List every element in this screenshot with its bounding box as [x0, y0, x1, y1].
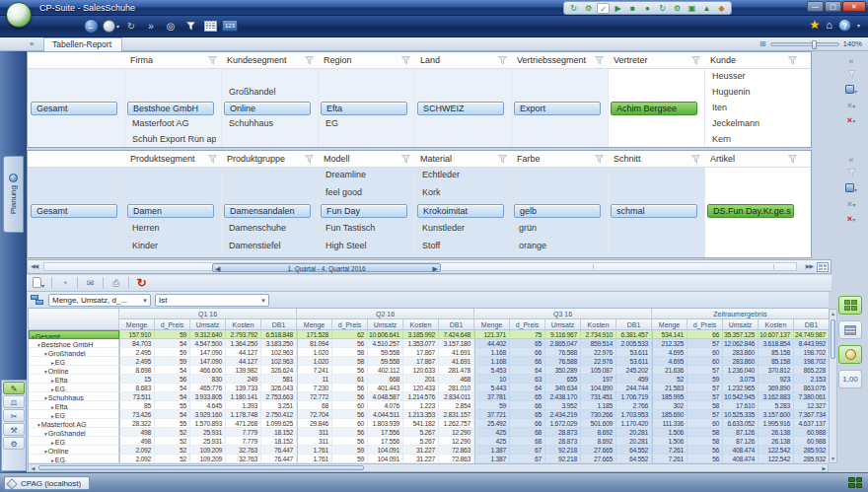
value-cell[interactable]: 408.474: [723, 446, 759, 455]
filter-item[interactable]: schmal: [611, 204, 697, 218]
value-cell[interactable]: 85.158: [759, 357, 794, 366]
value-cell[interactable]: 72.772: [297, 392, 332, 401]
filter-item[interactable]: Masterfoot AG: [127, 117, 216, 131]
value-cell[interactable]: 63: [510, 375, 545, 384]
help-dropdown-icon[interactable]: ▾: [857, 22, 860, 29]
value-cell[interactable]: 1.236.040: [723, 366, 759, 375]
value-cell[interactable]: 1.170.420: [616, 419, 652, 428]
filter-item[interactable]: Heusser: [707, 70, 796, 84]
value-cell[interactable]: 73.511: [119, 392, 155, 401]
value-cell[interactable]: 285.932: [794, 446, 830, 455]
value-cell[interactable]: 4.645: [190, 401, 226, 410]
filter-funnel-icon[interactable]: [208, 155, 217, 166]
scenario-dropdown[interactable]: Ist ▼: [155, 294, 269, 307]
value-cell[interactable]: 730.266: [581, 410, 616, 419]
filter-item[interactable]: SCHWEIZ: [417, 102, 504, 115]
value-cell[interactable]: 57: [687, 366, 723, 375]
measure-header[interactable]: d_Preis: [332, 319, 368, 330]
zoom-slider-thumb[interactable]: [812, 40, 817, 49]
number-format-icon[interactable]: 1,00: [838, 370, 862, 388]
value-cell[interactable]: 76.588: [545, 357, 581, 366]
value-cell[interactable]: 12.290: [439, 428, 474, 437]
value-cell[interactable]: 58: [332, 348, 368, 357]
filter-column-header-vertriebssegment[interactable]: Vertriebssegment: [511, 52, 608, 69]
horizontal-scroll-thumb[interactable]: [38, 465, 364, 470]
clear-selection-icon[interactable]: ×▾: [843, 100, 859, 112]
filter-column-header-artikel[interactable]: Artikel: [704, 151, 801, 168]
filter-column-header-land[interactable]: Land: [414, 52, 511, 69]
value-cell[interactable]: 26.138: [759, 428, 794, 437]
collapse-row-icon[interactable]: ▾: [37, 342, 40, 348]
value-cell[interactable]: 185.995: [652, 392, 687, 401]
value-cell[interactable]: 1.185: [581, 401, 616, 410]
quick-report-icon[interactable]: ▣: [686, 3, 698, 14]
value-cell[interactable]: 6.518.848: [261, 330, 297, 339]
value-cell[interactable]: 5.267: [403, 428, 439, 437]
filter-column-header-region[interactable]: Region: [318, 52, 414, 69]
value-cell[interactable]: 85.158: [759, 348, 794, 357]
expand-row-icon[interactable]: ▸: [51, 440, 54, 446]
value-cell[interactable]: 6.633.052: [723, 419, 759, 428]
value-cell[interactable]: 72.863: [439, 455, 474, 463]
value-cell[interactable]: 139.982: [226, 366, 261, 375]
delete-selection-icon[interactable]: ×▾: [843, 213, 859, 226]
value-cell[interactable]: 76.447: [261, 455, 297, 463]
value-cell[interactable]: 198.702: [794, 357, 830, 366]
filter-item[interactable]: EG: [321, 117, 409, 131]
collapse-row-icon[interactable]: ▾: [44, 395, 47, 401]
row-label[interactable]: ▸EG: [29, 455, 119, 463]
value-cell[interactable]: 2.092: [119, 455, 155, 463]
value-cell[interactable]: 17.556: [368, 437, 403, 446]
value-cell[interactable]: 102.963: [261, 357, 297, 366]
value-cell[interactable]: 28.322: [119, 419, 155, 428]
filter-item[interactable]: Stoff: [417, 240, 506, 253]
filter-item[interactable]: Kork: [417, 186, 506, 200]
value-cell[interactable]: 68: [510, 428, 545, 437]
value-cell[interactable]: 863.076: [794, 384, 830, 392]
value-cell[interactable]: 66: [510, 357, 545, 366]
value-cell[interactable]: 64.552: [616, 446, 652, 455]
quick-sphere-icon[interactable]: ●: [641, 3, 654, 14]
value-cell[interactable]: 56: [332, 410, 368, 419]
filter-column-header-kunde[interactable]: Kunde: [704, 52, 801, 69]
value-cell[interactable]: 369.890: [759, 384, 794, 392]
filter-icon[interactable]: [843, 169, 859, 181]
analysis-icon[interactable]: ⚖: [3, 395, 25, 408]
value-cell[interactable]: 498: [119, 428, 155, 437]
filter-item[interactable]: Online: [224, 102, 311, 115]
value-cell[interactable]: 20.281: [616, 437, 652, 446]
filter-item[interactable]: Schuh Export Run ap: [127, 133, 216, 147]
collapse-row-icon[interactable]: ▾: [44, 369, 47, 375]
value-cell[interactable]: 10.606.641: [368, 330, 403, 339]
value-cell[interactable]: 109.209: [190, 455, 226, 463]
value-cell[interactable]: 64.552: [616, 455, 652, 463]
value-cell[interactable]: 18.152: [261, 437, 297, 446]
value-cell[interactable]: 8.443.992: [794, 339, 830, 348]
filter-funnel-icon[interactable]: [788, 56, 797, 67]
value-cell[interactable]: 10: [474, 375, 510, 384]
refresh-icon[interactable]: ↻: [123, 18, 139, 34]
value-cell[interactable]: 402.112: [368, 366, 403, 375]
value-cell[interactable]: 830: [190, 375, 226, 384]
value-cell[interactable]: 1.672.029: [545, 419, 581, 428]
value-cell[interactable]: 465.776: [190, 384, 226, 392]
value-cell[interactable]: 58: [687, 401, 723, 410]
value-cell[interactable]: 59: [155, 330, 190, 339]
value-cell[interactable]: 102.963: [261, 348, 297, 357]
value-cell[interactable]: 7.261: [652, 446, 687, 455]
filter-item[interactable]: gelb: [514, 204, 601, 218]
collapse-row-icon[interactable]: ▾: [44, 431, 47, 437]
value-cell[interactable]: 2.438.170: [545, 392, 581, 401]
value-cell[interactable]: 52: [155, 428, 190, 437]
filter-funnel-icon[interactable]: [691, 155, 700, 166]
measure-header[interactable]: Menge: [652, 319, 687, 330]
value-cell[interactable]: 32.763: [226, 446, 261, 455]
value-cell[interactable]: 370.812: [759, 366, 794, 375]
value-cell[interactable]: 7.241: [297, 366, 332, 375]
value-cell[interactable]: 8.683: [119, 384, 155, 392]
value-cell[interactable]: 28.873: [545, 437, 581, 446]
value-cell[interactable]: 55: [155, 401, 190, 410]
value-cell[interactable]: 41.691: [439, 357, 474, 366]
value-cell[interactable]: 56: [332, 384, 368, 392]
row-label[interactable]: ▾Bestshoe GmbH: [29, 339, 119, 348]
